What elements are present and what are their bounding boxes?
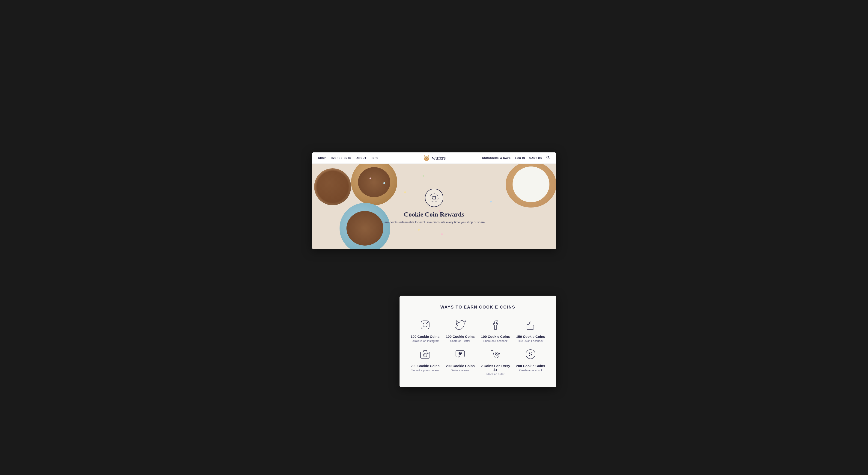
corgi-icon	[422, 154, 431, 162]
sprinkle	[441, 233, 443, 235]
navigation: SHOP INGREDIENTS ABOUT INFO	[312, 152, 556, 164]
nav-shop[interactable]: SHOP	[318, 157, 327, 159]
svg-point-30	[529, 355, 530, 356]
reward-write-review[interactable]: 200 Cookie Coins Write a review	[444, 347, 477, 376]
svg-point-23	[495, 352, 498, 355]
logo-text[interactable]: wufers	[432, 155, 446, 161]
svg-marker-2	[424, 155, 425, 157]
camera-icon	[418, 347, 432, 361]
reward-facebook-share[interactable]: 100 Cookie Coins Share on Facebook	[479, 318, 512, 343]
logo-area[interactable]: wufers	[422, 154, 446, 162]
svg-point-8	[427, 157, 427, 158]
photo-review-desc: Submit a photo review	[411, 369, 439, 372]
instagram-coins: 100 Cookie Coins	[411, 335, 439, 339]
place-order-coins: 2 Coins For Every $1	[479, 364, 512, 372]
svg-rect-19	[427, 353, 428, 353]
nav-ingredients[interactable]: INGREDIENTS	[332, 157, 351, 159]
svg-marker-3	[427, 155, 429, 157]
twitter-coins: 100 Cookie Coins	[446, 335, 475, 339]
cookie-decoration-3	[506, 164, 556, 208]
browser-window: SHOP INGREDIENTS ABOUT INFO	[312, 152, 556, 249]
reward-create-account[interactable]: 200 Cookie Coins Create an account	[514, 347, 547, 376]
svg-point-28	[529, 353, 530, 354]
svg-rect-15	[527, 324, 529, 329]
svg-point-25	[497, 354, 498, 354]
nav-login[interactable]: LOG IN	[515, 157, 525, 159]
nav-cart[interactable]: CART (0)	[529, 157, 542, 159]
facebook-icon	[489, 318, 502, 332]
heart-message-icon	[453, 347, 467, 361]
nav-subscribe[interactable]: SUBSCRIBE & SAVE	[482, 157, 511, 159]
svg-point-29	[531, 354, 532, 355]
reward-instagram[interactable]: 100 Cookie Coins Follow us on Instagram	[409, 318, 442, 343]
search-icon[interactable]	[546, 156, 550, 160]
nav-about[interactable]: ABOUT	[356, 157, 367, 159]
nav-right: SUBSCRIBE & SAVE LOG IN CART (0)	[434, 156, 550, 160]
reward-twitter[interactable]: 100 Cookie Coins Share on Twitter	[444, 318, 477, 343]
facebook-like-coins: 150 Cookie Coins	[516, 335, 545, 339]
svg-point-9	[547, 156, 549, 158]
facebook-share-coins: 100 Cookie Coins	[481, 335, 510, 339]
svg-line-10	[549, 158, 550, 159]
rewards-grid: 100 Cookie Coins Follow us on Instagram …	[409, 318, 547, 376]
cookie-bone-icon	[425, 189, 443, 207]
svg-point-5	[427, 157, 427, 158]
cookie-circle-icon	[524, 347, 537, 361]
nav-left: SHOP INGREDIENTS ABOUT INFO	[318, 157, 434, 159]
svg-point-22	[498, 357, 499, 358]
svg-point-21	[494, 357, 495, 358]
instagram-icon	[418, 318, 432, 332]
cookie-decoration-1	[314, 168, 351, 205]
sprinkle	[423, 175, 424, 177]
sprinkle	[490, 200, 492, 202]
reward-facebook-like[interactable]: 150 Cookie Coins Like us on Facebook	[514, 318, 547, 343]
sprinkle	[383, 182, 385, 184]
instagram-desc: Follow us on Instagram	[411, 340, 439, 343]
svg-point-6	[426, 158, 427, 159]
sprinkle	[370, 178, 371, 180]
hero-section: Cookie Coin Rewards Earn points redeemab…	[312, 164, 556, 249]
twitter-icon	[453, 318, 467, 332]
sprinkle	[418, 229, 420, 230]
hero-content: Cookie Coin Rewards Earn points redeemab…	[382, 189, 486, 224]
place-order-desc: Place an order	[487, 373, 504, 376]
create-account-desc: Create an account	[519, 369, 542, 372]
photo-review-coins: 200 Cookie Coins	[411, 364, 439, 368]
write-review-desc: Write a review	[452, 369, 469, 372]
svg-point-1	[425, 156, 428, 159]
svg-point-4	[425, 157, 426, 158]
cart-icon	[489, 347, 502, 361]
svg-point-14	[427, 322, 428, 323]
write-review-coins: 200 Cookie Coins	[446, 364, 475, 368]
hero-title: Cookie Coin Rewards	[382, 211, 486, 218]
svg-point-26	[497, 353, 497, 353]
hero-subtitle: Earn points redeemable for exclusive dis…	[382, 220, 486, 224]
svg-point-31	[532, 352, 532, 353]
svg-point-27	[526, 350, 535, 359]
rewards-panel: WAYS TO EARN COOKIE COINS 100 Cookie Coi…	[400, 295, 556, 387]
rewards-section-title: WAYS TO EARN COOKIE COINS	[409, 305, 547, 310]
reward-photo-review[interactable]: 200 Cookie Coins Submit a photo review	[409, 347, 442, 376]
facebook-like-desc: Like us on Facebook	[518, 340, 544, 343]
nav-info[interactable]: INFO	[372, 157, 378, 159]
reward-place-order[interactable]: 2 Coins For Every $1 Place an order	[479, 347, 512, 376]
svg-point-13	[423, 323, 427, 327]
twitter-desc: Share on Twitter	[450, 340, 470, 343]
facebook-share-desc: Share on Facebook	[483, 340, 507, 343]
svg-point-18	[424, 354, 426, 356]
create-account-coins: 200 Cookie Coins	[516, 364, 545, 368]
thumbs-up-icon	[524, 318, 537, 332]
